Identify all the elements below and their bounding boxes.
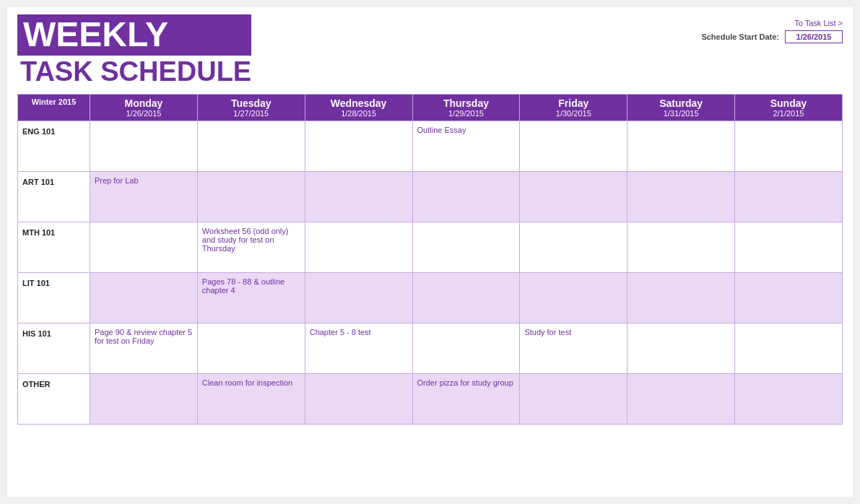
cell-r5-c4[interactable]	[520, 374, 627, 425]
header-sunday: Sunday 2/1/2015	[735, 95, 843, 121]
cell-r5-c3[interactable]: Order pizza for study group	[412, 374, 520, 425]
cell-r5-c2[interactable]	[305, 374, 412, 425]
header-area: WEEKLY TASK SCHEDULE To Task List > Sche…	[17, 14, 843, 88]
row-label-lit-101: LIT 101	[18, 273, 90, 323]
cell-r5-c5[interactable]	[627, 374, 735, 425]
season-label: Winter 2015	[32, 97, 77, 106]
cell-r0-c4[interactable]	[520, 121, 627, 172]
schedule-start-label: Schedule Start Date:	[701, 32, 779, 41]
row-label-art-101: ART 101	[18, 172, 90, 222]
header-friday: Friday 1/30/2015	[520, 95, 627, 121]
day-name-saturday: Saturday	[632, 97, 730, 109]
header-thursday: Thursday 1/29/2015	[412, 95, 520, 121]
table-row: MTH 101Worksheet 56 (odd only) and study…	[18, 222, 843, 273]
cell-r0-c3[interactable]: Outline Essay	[412, 121, 520, 172]
cell-r1-c3[interactable]	[412, 172, 520, 222]
header-row: Winter 2015 Monday 1/26/2015 Tuesday 1/2…	[18, 95, 843, 121]
cell-r4-c6[interactable]	[735, 323, 843, 374]
cell-r1-c1[interactable]	[197, 172, 305, 222]
cell-r1-c6[interactable]	[735, 172, 843, 222]
day-date-wednesday: 1/28/2015	[341, 109, 376, 118]
schedule-table: Winter 2015 Monday 1/26/2015 Tuesday 1/2…	[17, 94, 843, 425]
cell-r2-c1[interactable]: Worksheet 56 (odd only) and study for te…	[197, 222, 305, 273]
day-name-monday: Monday	[95, 97, 193, 109]
row-label-eng-101: ENG 101	[18, 121, 90, 172]
day-date-sunday: 2/1/2015	[773, 109, 804, 118]
cell-r4-c2[interactable]: Chapter 5 - 8 test	[305, 323, 412, 374]
day-name-friday: Friday	[524, 97, 622, 109]
cell-r5-c0[interactable]	[90, 374, 198, 425]
cell-r4-c4[interactable]: Study for test	[520, 323, 627, 374]
table-row: HIS 101Page 90 & review chapter 5 for te…	[18, 323, 843, 374]
cell-r5-c6[interactable]	[735, 374, 843, 425]
cell-r3-c6[interactable]	[735, 273, 843, 323]
cell-r0-c5[interactable]	[627, 121, 735, 172]
header-season-cell: Winter 2015	[18, 95, 90, 121]
day-name-tuesday: Tuesday	[202, 97, 300, 109]
cell-r3-c0[interactable]	[90, 273, 198, 323]
cell-r3-c2[interactable]	[305, 273, 412, 323]
cell-r2-c4[interactable]	[520, 222, 627, 273]
day-date-saturday: 1/31/2015	[664, 109, 699, 118]
cell-r4-c3[interactable]	[412, 323, 520, 374]
header-wednesday: Wednesday 1/28/2015	[305, 95, 412, 121]
cell-r3-c5[interactable]	[627, 273, 735, 323]
cell-r5-c1[interactable]: Clean room for inspection	[197, 374, 305, 425]
title-block: WEEKLY TASK SCHEDULE	[17, 14, 251, 88]
top-right: To Task List > Schedule Start Date: 1/26…	[701, 14, 843, 43]
cell-r2-c5[interactable]	[627, 222, 735, 273]
day-name-sunday: Sunday	[739, 97, 838, 109]
day-date-tuesday: 1/27/2015	[233, 109, 269, 118]
cell-r2-c6[interactable]	[735, 222, 843, 273]
day-date-friday: 1/30/2015	[556, 109, 591, 118]
table-row: LIT 101Pages 78 - 88 & outline chapter 4	[18, 273, 843, 323]
cell-r4-c1[interactable]	[197, 323, 305, 374]
title-weekly: WEEKLY	[17, 14, 251, 56]
cell-r3-c3[interactable]	[412, 273, 520, 323]
table-row: OTHERClean room for inspectionOrder pizz…	[18, 374, 843, 425]
cell-r4-c5[interactable]	[627, 323, 735, 374]
header-saturday: Saturday 1/31/2015	[627, 95, 735, 121]
day-name-thursday: Thursday	[417, 97, 516, 109]
header-tuesday: Tuesday 1/27/2015	[197, 95, 305, 121]
page: WEEKLY TASK SCHEDULE To Task List > Sche…	[7, 7, 853, 497]
cell-r1-c5[interactable]	[627, 172, 735, 222]
title-task: TASK SCHEDULE	[17, 56, 251, 89]
table-row: ART 101Prep for Lab	[18, 172, 843, 222]
cell-r4-c0[interactable]: Page 90 & review chapter 5 for test on F…	[90, 323, 198, 374]
cell-r2-c0[interactable]	[90, 222, 198, 273]
schedule-start-value[interactable]: 1/26/2015	[785, 30, 843, 43]
cell-r0-c6[interactable]	[735, 121, 843, 172]
cell-r0-c2[interactable]	[305, 121, 412, 172]
row-label-other: OTHER	[18, 374, 90, 425]
schedule-start-row: Schedule Start Date: 1/26/2015	[701, 30, 843, 43]
row-label-mth-101: MTH 101	[18, 222, 90, 273]
table-row: ENG 101Outline Essay	[18, 121, 843, 172]
cell-r2-c3[interactable]	[412, 222, 520, 273]
day-date-thursday: 1/29/2015	[448, 109, 484, 118]
to-task-list-link[interactable]: To Task List >	[794, 19, 843, 27]
row-label-his-101: HIS 101	[18, 323, 90, 374]
day-name-wednesday: Wednesday	[310, 97, 408, 109]
cell-r2-c2[interactable]	[305, 222, 412, 273]
cell-r1-c2[interactable]	[305, 172, 412, 222]
header-monday: Monday 1/26/2015	[90, 95, 198, 121]
cell-r1-c4[interactable]	[520, 172, 627, 222]
day-date-monday: 1/26/2015	[126, 109, 161, 118]
cell-r0-c0[interactable]	[90, 121, 198, 172]
cell-r0-c1[interactable]	[197, 121, 305, 172]
cell-r3-c1[interactable]: Pages 78 - 88 & outline chapter 4	[197, 273, 305, 323]
cell-r3-c4[interactable]	[520, 273, 627, 323]
cell-r1-c0[interactable]: Prep for Lab	[90, 172, 198, 222]
